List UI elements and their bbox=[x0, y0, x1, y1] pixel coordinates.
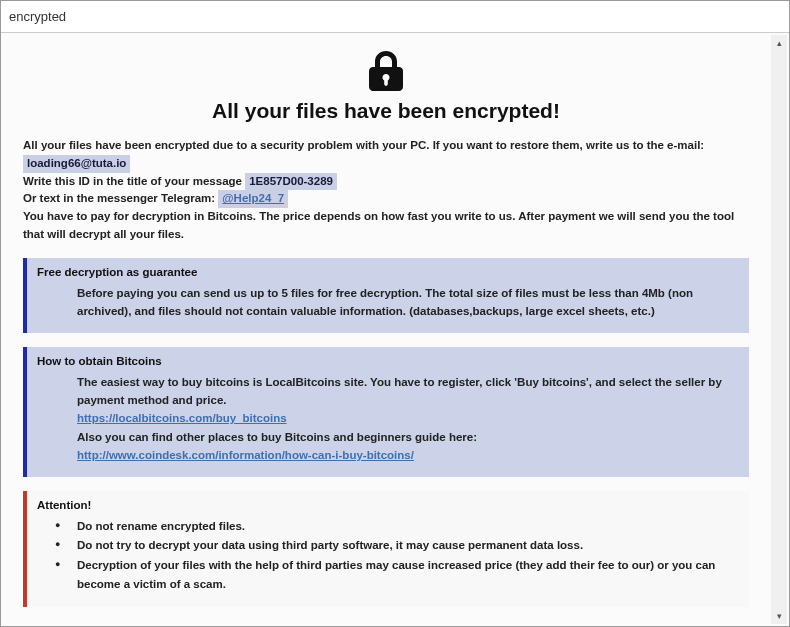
box2-line2: Also you can find other places to buy Bi… bbox=[77, 431, 477, 443]
obtain-bitcoins-box: How to obtain Bitcoins The easiest way t… bbox=[23, 347, 749, 477]
email-highlight: loading66@tuta.io bbox=[23, 155, 130, 173]
coindesk-link[interactable]: http://www.coindesk.com/information/how-… bbox=[77, 449, 414, 461]
id-highlight: 1E857D00-3289 bbox=[245, 173, 337, 191]
intro-text: All your files have been encrypted due t… bbox=[23, 137, 749, 244]
lock-icon-wrap bbox=[23, 51, 749, 95]
scroll-up-icon[interactable]: ▴ bbox=[771, 35, 787, 51]
telegram-link[interactable]: @Help24_7 bbox=[218, 190, 288, 208]
box2-body: The easiest way to buy bitcoins is Local… bbox=[37, 373, 739, 465]
box1-body: Before paying you can send us up to 5 fi… bbox=[37, 284, 739, 321]
attention-list: Do not rename encrypted files. Do not tr… bbox=[37, 517, 739, 595]
localbitcoins-link[interactable]: https://localbitcoins.com/buy_bitcoins bbox=[77, 412, 287, 424]
box1-title: Free decryption as guarantee bbox=[37, 266, 739, 278]
page-heading: All your files have been encrypted! bbox=[23, 99, 749, 123]
vertical-scrollbar[interactable]: ▴ ▾ bbox=[771, 35, 787, 624]
window-title: encrypted bbox=[9, 9, 66, 24]
window-title-bar[interactable]: encrypted bbox=[1, 1, 789, 33]
list-item: Do not rename encrypted files. bbox=[55, 517, 739, 537]
intro-line4: You have to pay for decryption in Bitcoi… bbox=[23, 210, 734, 240]
list-item: Do not try to decrypt your data using th… bbox=[55, 536, 739, 556]
intro-line1: All your files have been encrypted due t… bbox=[23, 139, 704, 151]
scroll-down-icon[interactable]: ▾ bbox=[771, 608, 787, 624]
list-item: Decryption of your files with the help o… bbox=[55, 556, 739, 595]
ransom-window: encrypted All your files have been encry… bbox=[0, 0, 790, 627]
free-decryption-box: Free decryption as guarantee Before payi… bbox=[23, 258, 749, 333]
content-area: All your files have been encrypted! All … bbox=[1, 33, 789, 626]
box3-title: Attention! bbox=[37, 499, 739, 511]
box2-title: How to obtain Bitcoins bbox=[37, 355, 739, 367]
intro-line2: Write this ID in the title of your messa… bbox=[23, 175, 245, 187]
attention-box: Attention! Do not rename encrypted files… bbox=[23, 491, 749, 607]
lock-icon bbox=[369, 51, 403, 91]
intro-line3: Or text in the messenger Telegram: bbox=[23, 192, 218, 204]
box2-line1: The easiest way to buy bitcoins is Local… bbox=[77, 376, 722, 406]
